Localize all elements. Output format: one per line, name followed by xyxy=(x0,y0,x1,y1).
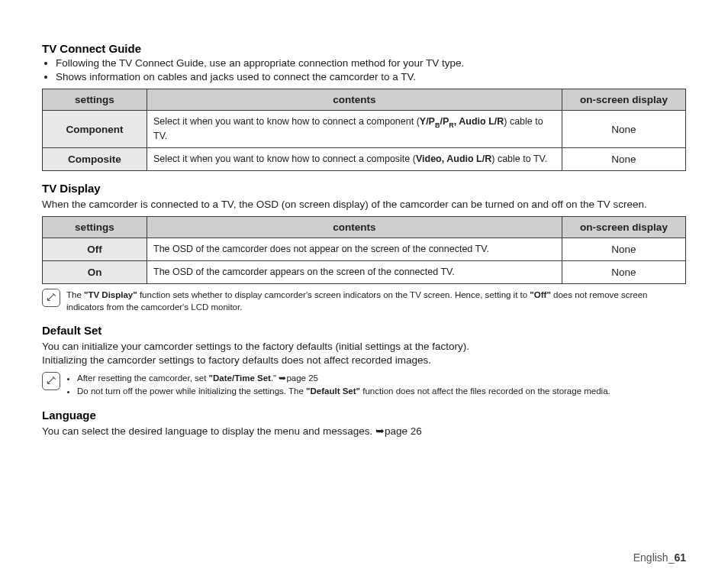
default-set-body1: You can initialize your camcorder settin… xyxy=(42,340,686,354)
note-icon xyxy=(42,289,60,307)
default-set-note: After resetting the camcorder, set "Date… xyxy=(42,372,686,397)
cell-setting: On xyxy=(43,260,147,283)
section-title-default-set: Default Set xyxy=(42,324,686,337)
cell-contents: Select it when you want to know how to c… xyxy=(147,111,562,148)
list-item: Following the TV Connect Guide, use an a… xyxy=(56,57,686,70)
note-icon xyxy=(42,372,60,390)
th-contents: contents xyxy=(147,89,562,111)
table-header-row: settings contents on-screen display xyxy=(43,89,686,111)
cell-contents: The OSD of the camcorder does not appear… xyxy=(147,238,562,261)
cell-setting: Component xyxy=(43,111,147,148)
th-contents: contents xyxy=(147,217,562,238)
cell-osd: None xyxy=(562,111,686,148)
table-row: On The OSD of the camcorder appears on t… xyxy=(43,260,686,283)
cell-osd: None xyxy=(562,147,686,170)
cell-osd: None xyxy=(562,238,686,261)
tv-connect-table: settings contents on-screen display Comp… xyxy=(42,89,686,170)
list-item: Do not turn off the power while initiali… xyxy=(77,385,610,398)
tv-display-table: settings contents on-screen display Off … xyxy=(42,216,686,284)
th-osd: on-screen display xyxy=(562,217,686,238)
th-settings: settings xyxy=(43,217,147,238)
section-title-tv-connect: TV Connect Guide xyxy=(42,42,686,55)
manual-page: TV Connect Guide Following the TV Connec… xyxy=(0,0,728,585)
cell-contents: Select it when you want to know how to c… xyxy=(147,147,562,170)
cell-setting: Off xyxy=(43,238,147,261)
note-text: The "TV Display" function sets whether t… xyxy=(66,289,686,313)
table-header-row: settings contents on-screen display xyxy=(43,217,686,238)
default-set-body2: Initializing the camcorder settings to f… xyxy=(42,354,686,367)
cell-setting: Composite xyxy=(43,147,147,170)
section-title-tv-display: TV Display xyxy=(42,182,686,195)
cell-osd: None xyxy=(562,260,686,283)
cell-contents: The OSD of the camcorder appears on the … xyxy=(147,260,562,283)
note-text: After resetting the camcorder, set "Date… xyxy=(66,372,610,397)
table-row: Composite Select it when you want to kno… xyxy=(43,147,686,170)
page-footer: English_61 xyxy=(633,551,686,564)
th-osd: on-screen display xyxy=(562,89,686,111)
section-title-language: Language xyxy=(42,409,686,422)
tv-display-body: When the camcorder is connected to a TV,… xyxy=(42,198,686,212)
language-body: You can select the desired language to d… xyxy=(42,425,686,438)
table-row: Off The OSD of the camcorder does not ap… xyxy=(43,238,686,261)
th-settings: settings xyxy=(43,89,147,111)
table-row: Component Select it when you want to kno… xyxy=(43,111,686,148)
list-item: After resetting the camcorder, set "Date… xyxy=(77,372,610,385)
list-item: Shows information on cables and jacks us… xyxy=(56,70,686,84)
tv-connect-bullets: Following the TV Connect Guide, use an a… xyxy=(42,57,686,84)
tv-display-note: The "TV Display" function sets whether t… xyxy=(42,289,686,313)
